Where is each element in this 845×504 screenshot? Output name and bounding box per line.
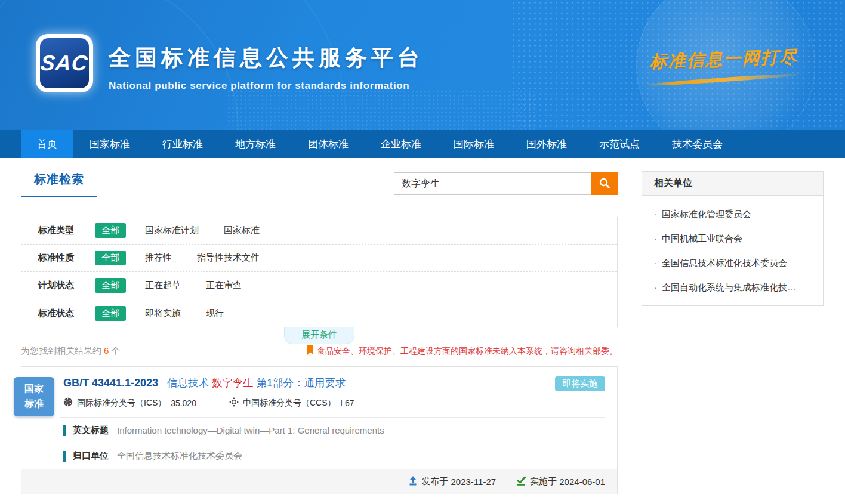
implement-date: 实施于 2024-06-01 bbox=[516, 476, 605, 487]
english-title-row: 英文标题 Information technology—Digital twin… bbox=[21, 418, 617, 443]
filter-all-button[interactable]: 全部 bbox=[95, 278, 126, 293]
sidebar: 相关单位 国家标准化管理委员会 中国机械工业联合会 全国信息技术标准化技术委员会… bbox=[642, 171, 824, 494]
related-unit-item[interactable]: 中国机械工业联合会 bbox=[642, 224, 823, 248]
nav-item-pilot[interactable]: 示范试点 bbox=[583, 130, 656, 158]
publish-value: 2023-11-27 bbox=[451, 477, 496, 487]
nav-item-group-standards[interactable]: 团体标准 bbox=[292, 130, 365, 158]
filter-option[interactable]: 指导性技术文件 bbox=[197, 252, 260, 264]
banner-dot-pattern bbox=[227, 89, 537, 130]
check-icon bbox=[516, 476, 530, 487]
ics-label: 国际标准分类号（ICS） bbox=[77, 398, 166, 409]
filter-option[interactable]: 现行 bbox=[206, 308, 224, 319]
filter-all-button[interactable]: 全部 bbox=[95, 251, 126, 265]
result-count-suffix: 个 bbox=[111, 345, 120, 355]
title-part1: 信息技术 bbox=[167, 377, 209, 389]
system-notice: 食品安全、环境保护、工程建设方面的国家标准未纳入本系统，请咨询相关部委。 bbox=[307, 345, 618, 357]
standard-title-link[interactable]: GB/T 43441.1-2023 信息技术 数字孪生 第1部分：通用要求 bbox=[63, 376, 605, 390]
filter-label: 标准状态 bbox=[38, 308, 95, 319]
english-title-value: Information technology—Digital twin—Part… bbox=[117, 425, 384, 435]
search-button[interactable] bbox=[591, 172, 618, 195]
sac-logo-text: SAC bbox=[39, 51, 89, 76]
section-title: 标准检索 bbox=[34, 172, 84, 185]
badge-line1: 国家 bbox=[24, 382, 44, 397]
globe-icon bbox=[63, 397, 77, 409]
sac-logo[interactable]: SAC bbox=[36, 34, 93, 92]
filter-row-plan-status: 计划状态 全部 正在起草 正在审查 bbox=[21, 272, 617, 299]
bookmark-icon bbox=[307, 345, 317, 357]
filter-label: 计划状态 bbox=[38, 280, 95, 291]
sac-logo-inner: SAC bbox=[40, 38, 89, 88]
filter-panel: 标准类型 全部 国家标准计划 国家标准 标准性质 全部 推荐性 指导性技术文件 … bbox=[21, 217, 618, 327]
ccs-label: 中国标准分类号（CCS） bbox=[243, 398, 336, 409]
status-badge: 即将实施 bbox=[555, 376, 605, 391]
title-part2: 第1部分：通用要求 bbox=[257, 377, 346, 389]
publish-date: 发布于 2023-11-27 bbox=[408, 476, 496, 487]
site-subtitle: National public service platform for sta… bbox=[109, 80, 424, 92]
nav-item-local-standards[interactable]: 地方标准 bbox=[219, 130, 292, 158]
related-unit-item[interactable]: 国家标准化管理委员会 bbox=[642, 199, 823, 224]
implement-label: 实施于 bbox=[530, 476, 557, 487]
nav-item-foreign-standards[interactable]: 国外标准 bbox=[510, 130, 583, 158]
nav-item-enterprise-standards[interactable]: 企业标准 bbox=[365, 130, 437, 158]
ccs-classification: 中国标准分类号（CCS） L67 bbox=[229, 397, 354, 409]
filter-row-standard-nature: 标准性质 全部 推荐性 指导性技术文件 bbox=[21, 245, 617, 272]
filter-option[interactable]: 即将实施 bbox=[145, 308, 181, 319]
results-meta-row: 为您找到相关结果约6个 食品安全、环境保护、工程建设方面的国家标准未纳入本系统，… bbox=[21, 345, 618, 357]
nav-item-technical-committee[interactable]: 技术委员会 bbox=[656, 130, 739, 158]
ics-classification: 国际标准分类号（ICS） 35.020 bbox=[63, 397, 196, 409]
notice-text: 食品安全、环境保护、工程建设方面的国家标准未纳入本系统，请咨询相关部委。 bbox=[317, 346, 618, 357]
filter-option[interactable]: 国家标准计划 bbox=[145, 225, 199, 236]
search-icon bbox=[599, 177, 610, 191]
standard-result-card: 国家 标准 即将实施 GB/T 43441.1-2023 信息技术 数字孪生 第… bbox=[21, 366, 618, 494]
badge-line2: 标准 bbox=[24, 397, 44, 412]
committee-row: 归口单位 全国信息技术标准化技术委员会 bbox=[21, 443, 617, 469]
main-column: 标准检索 标准类型 全部 国家标准计划 国家标准 标准性质 全部 bbox=[21, 171, 618, 494]
classification-row: 国际标准分类号（ICS） 35.020 中国标准分类号（CCS） L67 bbox=[63, 397, 605, 417]
nav-item-home[interactable]: 首页 bbox=[21, 130, 73, 158]
result-count-number: 6 bbox=[104, 345, 109, 355]
nav-item-international-standards[interactable]: 国际标准 bbox=[437, 130, 510, 158]
field-accent-bar bbox=[63, 451, 66, 462]
search-input[interactable] bbox=[394, 172, 591, 195]
expand-conditions-button[interactable]: 展开条件 bbox=[284, 327, 354, 344]
field-accent-bar bbox=[63, 425, 66, 436]
filter-row-standard-type: 标准类型 全部 国家标准计划 国家标准 bbox=[21, 217, 617, 245]
committee-link[interactable]: 全国信息技术标准化技术委员会 bbox=[117, 450, 242, 462]
nav-item-industry-standards[interactable]: 行业标准 bbox=[146, 130, 219, 158]
national-standard-badge: 国家 标准 bbox=[14, 377, 54, 416]
card-footer: 发布于 2023-11-27 实施于 2024-06-01 bbox=[21, 469, 617, 494]
filter-option[interactable]: 正在审查 bbox=[206, 280, 242, 291]
result-count-prefix: 为您找到相关结果约 bbox=[21, 345, 101, 355]
publish-label: 发布于 bbox=[421, 476, 448, 487]
site-title: 全国标准信息公共服务平台 bbox=[109, 43, 424, 73]
result-count: 为您找到相关结果约6个 bbox=[21, 345, 120, 357]
main-nav: 首页 国家标准 行业标准 地方标准 团体标准 企业标准 国际标准 国外标准 示范… bbox=[0, 130, 845, 158]
field-label: 英文标题 bbox=[73, 425, 109, 436]
card-header: GB/T 43441.1-2023 信息技术 数字孪生 第1部分：通用要求 国际… bbox=[21, 367, 617, 417]
related-units-list: 国家标准化管理委员会 中国机械工业联合会 全国信息技术标准化技术委员会 全国自动… bbox=[642, 196, 823, 305]
ics-value: 35.020 bbox=[171, 398, 196, 408]
related-units-title: 相关单位 bbox=[642, 172, 823, 196]
search-section: 标准检索 bbox=[21, 171, 618, 208]
publish-icon bbox=[408, 476, 421, 487]
related-unit-item[interactable]: 全国自动化系统与集成标准化技… bbox=[642, 273, 823, 297]
header-banner: SAC 全国标准信息公共服务平台 National public service… bbox=[0, 0, 845, 130]
related-units-panel: 相关单位 国家标准化管理委员会 中国机械工业联合会 全国信息技术标准化技术委员会… bbox=[642, 171, 824, 306]
compass-icon bbox=[229, 397, 243, 409]
filter-option[interactable]: 正在起草 bbox=[145, 280, 181, 291]
banner-slogan: 标准信息一网打尽 bbox=[637, 45, 811, 85]
filter-option[interactable]: 推荐性 bbox=[145, 252, 172, 264]
filter-label: 标准性质 bbox=[38, 252, 95, 264]
implement-value: 2024-06-01 bbox=[559, 477, 605, 487]
filter-option[interactable]: 国家标准 bbox=[224, 225, 260, 236]
content-area: 标准检索 标准类型 全部 国家标准计划 国家标准 标准性质 全部 bbox=[0, 158, 845, 494]
related-unit-item[interactable]: 全国信息技术标准化技术委员会 bbox=[642, 248, 823, 273]
title-highlight: 数字孪生 bbox=[212, 377, 254, 389]
filter-all-button[interactable]: 全部 bbox=[95, 223, 126, 238]
standard-code: GB/T 43441.1-2023 bbox=[63, 377, 158, 389]
tab-standard-search[interactable]: 标准检索 bbox=[21, 171, 97, 197]
field-label: 归口单位 bbox=[73, 450, 109, 462]
filter-all-button[interactable]: 全部 bbox=[95, 306, 126, 321]
nav-item-national-standards[interactable]: 国家标准 bbox=[73, 130, 146, 158]
banner-titles: 全国标准信息公共服务平台 National public service pla… bbox=[109, 43, 424, 92]
